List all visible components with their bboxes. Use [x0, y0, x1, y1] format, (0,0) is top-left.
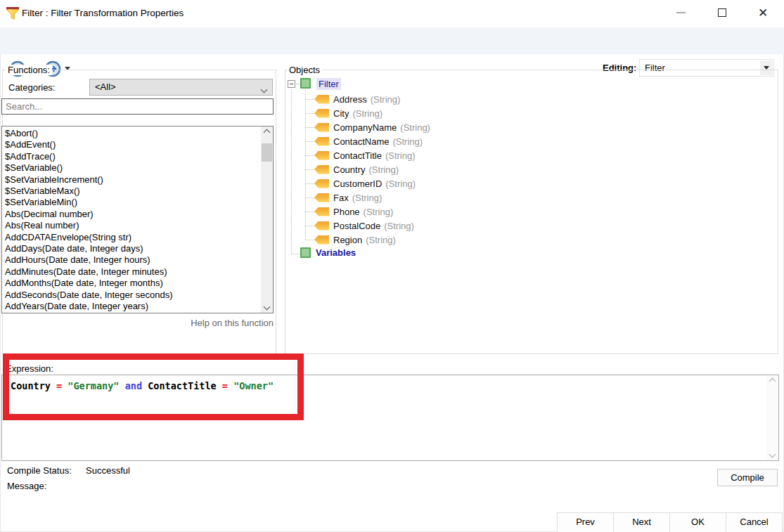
expression-token: "Owner": [233, 380, 274, 391]
field-type: (String): [366, 235, 396, 245]
field-tag-icon: [314, 235, 329, 245]
function-list-item[interactable]: Abs(Real number): [2, 220, 261, 231]
tree-item-phone[interactable]: Phone(String): [305, 205, 393, 219]
tree-connector: [291, 254, 300, 254]
field-tag-icon: [314, 95, 329, 104]
tree-item-fax[interactable]: Fax(String): [305, 190, 382, 205]
field-tag-icon: [314, 123, 329, 132]
tree-item-country[interactable]: Country(String): [305, 162, 399, 176]
tree-collapse-toggle[interactable]: [288, 80, 295, 88]
function-list-scrollbar[interactable]: [261, 126, 273, 313]
field-type: (String): [352, 108, 383, 119]
function-list-item[interactable]: AddMinutes(Date date, Integer minutes): [2, 266, 261, 278]
function-list-item[interactable]: $SetVariable(): [2, 162, 261, 174]
scroll-down-icon[interactable]: [261, 301, 273, 313]
tree-connector: [305, 240, 314, 240]
function-list-items: $Abort()$AddEvent()$AddTrace()$SetVariab…: [2, 128, 261, 313]
field-name: ContactName: [333, 136, 389, 147]
expression-token: Country: [11, 380, 51, 391]
tree-item-companyname[interactable]: CompanyName(String): [305, 120, 430, 134]
cancel-button[interactable]: Cancel: [726, 512, 783, 532]
function-list-item[interactable]: AddDays(Date date, Integer days): [2, 243, 261, 254]
categories-label: Categories:: [8, 82, 55, 93]
tree-item-filter[interactable]: Filter: [316, 78, 341, 90]
expression-token: ContactTitle: [148, 380, 217, 391]
field-tag-icon: [314, 207, 329, 216]
field-tag-icon: [314, 179, 329, 188]
function-list-item[interactable]: Abs(Decimal number): [2, 209, 261, 220]
tree-connector: [305, 169, 314, 170]
field-name: CustomerID: [333, 179, 382, 189]
prev-button[interactable]: Prev: [557, 512, 614, 532]
tree-line: [291, 89, 292, 254]
field-name: Address: [333, 94, 367, 105]
field-tag-icon: [314, 109, 329, 118]
scroll-down-icon[interactable]: [766, 448, 778, 460]
tree-item-city[interactable]: City(String): [305, 106, 383, 120]
filter-properties-dialog: Filter : Filter Transformation Propertie…: [0, 0, 784, 532]
toolbar: Editing: Filter: [0, 27, 784, 54]
objects-group-label: Objects: [287, 65, 322, 75]
tree-item-contacttitle[interactable]: ContactTitle(String): [305, 148, 416, 162]
search-input[interactable]: [1, 98, 274, 115]
scroll-up-icon[interactable]: [261, 126, 273, 138]
title-bar: Filter : Filter Transformation Propertie…: [0, 0, 784, 27]
function-list-item[interactable]: $Abort(): [2, 128, 261, 139]
field-name: ContactTitle: [333, 150, 382, 161]
expression-scrollbar[interactable]: [766, 375, 778, 460]
function-list-item[interactable]: $SetVariableIncrement(): [2, 174, 261, 186]
field-type: (String): [392, 136, 423, 147]
maximize-button[interactable]: [707, 0, 738, 25]
function-list-item[interactable]: AddYears(Date date, Integer years): [2, 301, 261, 312]
function-list-item[interactable]: AddCDATAEnvelope(String str): [2, 232, 261, 243]
function-list-item[interactable]: $SetVariableMin(): [2, 197, 261, 208]
field-type: (String): [364, 207, 394, 217]
tree-connector: [305, 197, 314, 198]
tree-item-region[interactable]: Region(String): [305, 233, 396, 247]
expression-text: Country = "Germany" and ContactTitle = "…: [11, 380, 274, 391]
field-tag-icon: [314, 193, 329, 202]
field-name: Region: [333, 235, 362, 245]
function-list-item[interactable]: $AddTrace(): [2, 151, 261, 162]
expression-editor[interactable]: Country = "Germany" and ContactTitle = "…: [1, 375, 779, 461]
close-icon: ✕: [758, 7, 768, 19]
field-tag-icon: [314, 165, 329, 174]
function-list-item[interactable]: $AddEvent(): [2, 139, 261, 150]
tree-item-address[interactable]: Address(String): [305, 92, 400, 106]
tree-item-postalcode[interactable]: PostalCode(String): [305, 219, 414, 233]
scroll-up-icon[interactable]: [766, 375, 778, 387]
field-name: Country: [333, 164, 366, 175]
function-list-item[interactable]: $SetVariableMax(): [2, 186, 261, 197]
functions-group-label: Functions:: [6, 65, 52, 75]
tree-item-customerid[interactable]: CustomerID(String): [305, 176, 416, 190]
compile-status-value: Successful: [86, 465, 130, 476]
help-on-function-link[interactable]: Help on this function: [1, 318, 274, 328]
minimize-button[interactable]: [665, 0, 696, 25]
close-button[interactable]: ✕: [747, 0, 778, 25]
categories-value: <All>: [95, 82, 116, 92]
next-button[interactable]: Next: [613, 512, 670, 532]
categories-dropdown[interactable]: <All>: [89, 79, 273, 96]
expression-token: and: [125, 380, 142, 391]
minimize-icon: [676, 12, 686, 13]
scrollbar-thumb[interactable]: [262, 143, 272, 162]
field-tag-icon: [314, 221, 329, 231]
chevron-down-icon: [262, 84, 266, 94]
field-type: (String): [400, 122, 430, 133]
function-list[interactable]: $Abort()$AddEvent()$AddTrace()$SetVariab…: [1, 126, 274, 313]
expression-label: Expression:: [6, 363, 53, 374]
field-name: PostalCode: [333, 221, 380, 231]
ok-button[interactable]: OK: [669, 512, 726, 532]
footer-button-row: PrevNextOKCancel: [557, 512, 783, 532]
function-list-item[interactable]: AddHours(Date date, Integer hours): [2, 254, 261, 266]
field-type: (String): [369, 164, 399, 175]
tree-item-variables[interactable]: Variables: [316, 247, 356, 258]
compile-button[interactable]: Compile: [717, 469, 778, 486]
tree-connector: [305, 141, 314, 142]
field-tag-icon: [314, 151, 329, 160]
filter-funnel-icon: [6, 6, 20, 21]
tree-item-contactname[interactable]: ContactName(String): [305, 134, 423, 148]
function-list-item[interactable]: AddSeconds(Date date, Integer seconds): [2, 290, 261, 301]
field-tag-icon: [314, 137, 329, 146]
function-list-item[interactable]: AddMonths(Date date, Integer months): [2, 278, 261, 289]
